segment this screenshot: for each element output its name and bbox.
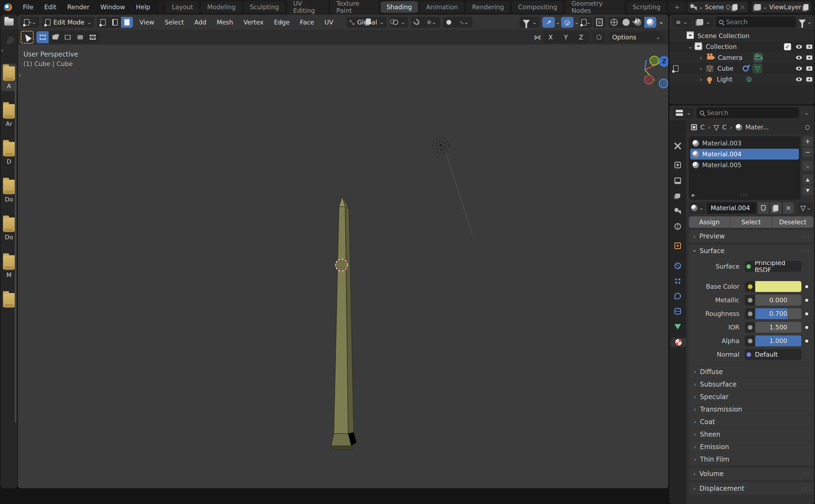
subpanel-transmission[interactable]: ›Transmission	[689, 403, 813, 415]
select-extend-button[interactable]	[49, 31, 61, 43]
expand-icon[interactable]: ›	[700, 65, 702, 72]
animate-dot[interactable]	[801, 312, 812, 315]
workspace-tab-animation[interactable]: Animation	[420, 1, 464, 13]
workspace-tab-layout[interactable]: Layout	[166, 1, 199, 13]
menu-window[interactable]: Window	[95, 2, 130, 12]
breadcrumb-material[interactable]: Mater...	[745, 124, 769, 131]
render-visibility-icon[interactable]	[806, 45, 812, 49]
tab-render[interactable]	[673, 160, 682, 170]
properties-options-chevron[interactable]: ⌄	[800, 110, 813, 116]
workspace-tab-scripting[interactable]: Scripting	[627, 1, 666, 13]
list-item[interactable]: A	[1, 64, 17, 91]
node-tree-dropdown[interactable]: ▽ ⌄	[798, 202, 813, 214]
view-layer-selector[interactable]: ⌄ ViewLayer	[752, 2, 811, 13]
panel-grip[interactable]: ∷∷	[802, 471, 810, 477]
file-browser-nav-icon[interactable]	[4, 36, 14, 47]
mirror-x-button[interactable]: X	[543, 31, 558, 43]
volume-panel[interactable]: ›Volume ∷∷	[689, 468, 813, 480]
render-visibility-icon[interactable]	[806, 77, 812, 82]
modifier-wrench-icon[interactable]	[742, 64, 750, 73]
select-button[interactable]: Select	[730, 216, 772, 228]
tool-options-dropdown[interactable]: Options ⌄	[609, 32, 663, 43]
collapse-icon[interactable]: ⌄	[688, 44, 693, 49]
move-slot-down-button[interactable]: ▼	[802, 185, 813, 195]
hide-eye-icon[interactable]	[796, 67, 802, 70]
slot-specials-dropdown[interactable]: ⌄	[802, 161, 813, 171]
select-subtract-button[interactable]	[61, 31, 74, 43]
list-item[interactable]: Do	[1, 215, 17, 242]
snap-toggle[interactable]	[411, 17, 423, 28]
list-item[interactable]: M	[1, 253, 17, 280]
falloff-dropdown[interactable]: ∿⌄	[455, 17, 472, 28]
expand-icon[interactable]: ›	[700, 54, 702, 61]
object-visibility-dropdown[interactable]: ⌄	[520, 17, 540, 28]
tab-material[interactable]	[671, 338, 686, 347]
deselect-button[interactable]: Deselect	[772, 216, 813, 228]
workspace-tab-geometry-nodes[interactable]: Geometry Nodes	[565, 0, 624, 16]
hide-eye-icon[interactable]	[796, 77, 802, 81]
render-visibility-icon[interactable]	[806, 55, 812, 60]
socket-button[interactable]	[745, 281, 755, 292]
new-scene-icon[interactable]	[733, 4, 738, 10]
mode-overlay-dropdown[interactable]: ⌄	[580, 17, 592, 28]
workspace-tab-modeling[interactable]: Modeling	[201, 1, 242, 13]
list-resize-grip[interactable]: ∷∷	[741, 192, 748, 198]
add-workspace-button[interactable]: +	[668, 1, 686, 13]
active-tool-select-box[interactable]	[21, 31, 34, 44]
subpanel-coat[interactable]: ›Coat	[689, 415, 813, 428]
new-material-button[interactable]	[770, 202, 781, 214]
mesh-data-badge[interactable]: ▽	[752, 64, 762, 73]
xray-toggle[interactable]	[593, 17, 606, 28]
subpanel-thin-film[interactable]: ›Thin Film	[689, 453, 813, 465]
shading-solid-button[interactable]	[620, 17, 632, 28]
render-visibility-icon[interactable]	[806, 66, 812, 71]
menu-view[interactable]: View	[136, 18, 158, 27]
slot-row[interactable]: Material.003	[690, 138, 799, 149]
surface-panel-header[interactable]: ›Surface	[689, 245, 813, 257]
panel-grip[interactable]: ∷∷	[802, 233, 810, 240]
move-slot-up-button[interactable]: ▲	[802, 175, 813, 184]
edge-select-button[interactable]	[109, 17, 121, 28]
metallic-slider[interactable]: 0.000	[755, 295, 801, 306]
select-intersect-button[interactable]	[86, 31, 99, 43]
menu-mesh[interactable]: Mesh	[213, 18, 237, 27]
workspace-tab-compositing[interactable]: Compositing	[512, 1, 563, 13]
subpanel-sheen[interactable]: ›Sheen	[689, 428, 813, 440]
tab-view-layer[interactable]	[673, 191, 682, 200]
shading-rendered-button[interactable]	[644, 17, 656, 28]
animate-dot[interactable]	[801, 326, 812, 329]
socket-button[interactable]	[745, 335, 755, 346]
material-slots-list[interactable]: Material.003 Material.004 Material.005 ▶…	[689, 136, 800, 200]
socket-button[interactable]	[745, 308, 755, 319]
socket-button[interactable]	[745, 322, 755, 333]
axis-neg-y-button[interactable]	[649, 56, 659, 66]
subpanel-diffuse[interactable]: ›Diffuse	[689, 365, 813, 378]
material-breadcrumb-icon[interactable]	[736, 124, 742, 130]
axis-neg-z-button[interactable]	[659, 79, 668, 88]
scene-selector[interactable]: ⌄ Scene ×	[688, 2, 748, 13]
preview-panel[interactable]: ›Preview ∷∷	[689, 230, 813, 242]
chevron-down-icon[interactable]: ⌄	[574, 20, 579, 25]
list-item[interactable]: Ar	[1, 101, 17, 129]
vertex-select-button[interactable]	[97, 17, 109, 28]
hide-eye-icon[interactable]	[796, 45, 802, 49]
menu-render[interactable]: Render	[62, 2, 94, 12]
list-item[interactable]: Do	[1, 177, 17, 204]
outliner-editor-dropdown[interactable]: ≡ ⌄	[673, 17, 691, 27]
tab-object[interactable]	[673, 241, 682, 250]
mirror-z-button[interactable]: Z	[574, 31, 589, 43]
tab-constraints[interactable]	[673, 307, 682, 316]
camera-data-badge[interactable]	[753, 53, 763, 63]
menu-edit[interactable]: Edit	[39, 2, 61, 12]
sidebar-expand-arrow[interactable]: ›	[1, 47, 4, 54]
roughness-slider[interactable]: 0.700	[755, 308, 801, 319]
tab-scene[interactable]	[673, 206, 682, 216]
displacement-panel[interactable]: ›Displacement ∷∷	[689, 482, 813, 495]
menu-select[interactable]: Select	[161, 18, 188, 27]
remove-slot-button[interactable]: −	[802, 147, 813, 157]
animate-dot[interactable]	[801, 285, 812, 288]
subpanel-emission[interactable]: ›Emission	[689, 440, 813, 453]
alpha-slider[interactable]: 1.000	[755, 335, 801, 346]
show-overlays-toggle[interactable]: ◶	[561, 17, 574, 28]
socket-button[interactable]	[745, 295, 755, 306]
